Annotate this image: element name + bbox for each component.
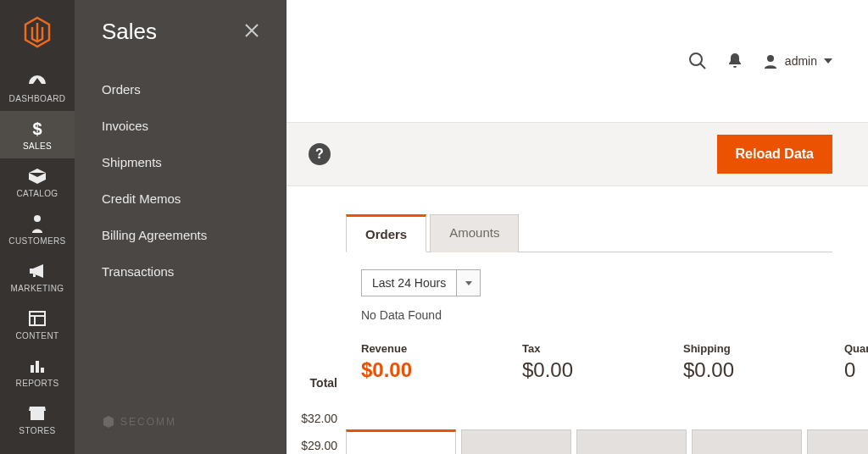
flyout-item-orders[interactable]: Orders [102, 82, 259, 97]
metric-label: Revenue [361, 342, 454, 355]
time-range-select[interactable]: Last 24 Hours [361, 269, 481, 296]
bottom-tabs [346, 429, 868, 454]
bottom-tab[interactable] [461, 429, 571, 454]
svg-point-1 [34, 215, 41, 222]
nav-label: REPORTS [16, 379, 59, 388]
svg-rect-5 [31, 365, 34, 373]
nav-item-customers[interactable]: CUSTOMERS [0, 206, 75, 253]
svg-line-9 [700, 64, 705, 69]
search-icon [688, 52, 707, 70]
box-icon [28, 167, 47, 185]
bottom-tab[interactable] [576, 429, 687, 454]
user-name: admin [785, 54, 817, 68]
bottom-tab[interactable] [807, 429, 868, 454]
nav-item-sales[interactable]: $ SALES [0, 111, 75, 158]
flyout-item-transactions[interactable]: Transactions [102, 264, 259, 279]
side-col-value: $29.00 [287, 432, 337, 454]
help-button[interactable]: ? [309, 143, 331, 165]
nav-rail: DASHBOARD $ SALES CATALOG CUSTOMERS MARK… [0, 0, 75, 454]
metrics-row: Revenue $0.00 Tax $0.00 Shipping $0.00 Q… [361, 342, 832, 382]
nav-label: CATALOG [16, 189, 58, 198]
svg-rect-7 [41, 368, 44, 373]
chart-tabs: Orders Amounts [346, 213, 832, 252]
svg-point-8 [690, 53, 702, 65]
flyout-title: Sales [102, 19, 157, 45]
bars-icon [29, 357, 46, 375]
bottom-tab[interactable] [346, 429, 456, 454]
user-icon [763, 53, 778, 69]
svg-text:$: $ [32, 119, 42, 138]
topbar: admin [287, 0, 868, 122]
flyout-item-billing-agreements[interactable]: Billing Agreements [102, 228, 259, 242]
person-icon [31, 214, 44, 233]
logo[interactable] [0, 0, 75, 64]
metric-revenue: Revenue $0.00 [361, 342, 454, 382]
nav-label: CONTENT [15, 331, 58, 340]
caret-down-icon [465, 281, 472, 285]
metric-value: $0.00 [522, 358, 615, 382]
metric-shipping: Shipping $0.00 [683, 342, 776, 382]
sales-flyout: Sales Orders Invoices Shipments Credit M… [75, 0, 287, 454]
nav-label: CUSTOMERS [8, 236, 65, 246]
metric-tax: Tax $0.00 [522, 342, 615, 382]
layout-icon [29, 309, 46, 328]
time-range-value: Last 24 Hours [362, 270, 456, 296]
metric-value: $0.00 [361, 358, 454, 382]
metric-label: Tax [522, 342, 615, 355]
metric-label: Quantity [844, 342, 868, 355]
no-data-message: No Data Found [361, 308, 832, 322]
nav-label: MARKETING [10, 284, 64, 293]
action-bar: ? Reload Data [287, 122, 868, 186]
close-button[interactable] [244, 21, 259, 43]
flyout-item-invoices[interactable]: Invoices [102, 119, 259, 133]
metric-value: $0.00 [683, 358, 776, 382]
nav-item-reports[interactable]: REPORTS [0, 348, 75, 396]
nav-item-content[interactable]: CONTENT [0, 301, 75, 348]
flyout-item-shipments[interactable]: Shipments [102, 155, 259, 169]
nav-label: SALES [23, 141, 52, 151]
svg-rect-6 [36, 361, 39, 373]
storefront-icon [28, 404, 47, 423]
notifications-button[interactable] [727, 53, 743, 69]
gauge-icon [27, 72, 47, 91]
megaphone-icon [28, 262, 47, 280]
close-icon [244, 23, 259, 38]
caret-down-icon [824, 58, 832, 64]
svg-rect-2 [30, 312, 45, 325]
nav-item-dashboard[interactable]: DASHBOARD [0, 64, 75, 111]
nav-label: DASHBOARD [9, 94, 66, 103]
dropdown-toggle[interactable] [456, 270, 480, 296]
nav-item-catalog[interactable]: CATALOG [0, 158, 75, 206]
metric-quantity: Quantity 0 [844, 342, 868, 382]
flyout-item-credit-memos[interactable]: Credit Memos [102, 191, 259, 206]
metric-label: Shipping [683, 342, 776, 355]
metric-value: 0 [844, 358, 868, 382]
bottom-tab[interactable] [692, 429, 802, 454]
dollar-icon: $ [31, 119, 44, 138]
side-totals-column: Total $32.00 $29.00 [287, 212, 337, 454]
side-col-header: Total [287, 212, 337, 405]
svg-point-10 [767, 55, 774, 62]
reload-data-button[interactable]: Reload Data [717, 135, 832, 174]
tab-amounts[interactable]: Amounts [430, 214, 519, 252]
tab-orders[interactable]: Orders [346, 214, 426, 252]
watermark: SECOMM [102, 415, 176, 429]
nav-item-marketing[interactable]: MARKETING [0, 253, 75, 301]
side-col-value: $32.00 [287, 405, 337, 432]
main-content: admin ? Reload Data Total $32.00 $29.00 … [287, 0, 868, 454]
nav-item-stores[interactable]: STORES [0, 396, 75, 443]
user-menu[interactable]: admin [763, 53, 832, 69]
bell-icon [727, 53, 743, 69]
search-button[interactable] [688, 52, 707, 70]
dashboard-body: Total $32.00 $29.00 Orders Amounts Last … [287, 186, 868, 454]
magento-logo-icon [23, 16, 52, 48]
nav-label: STORES [19, 426, 55, 435]
